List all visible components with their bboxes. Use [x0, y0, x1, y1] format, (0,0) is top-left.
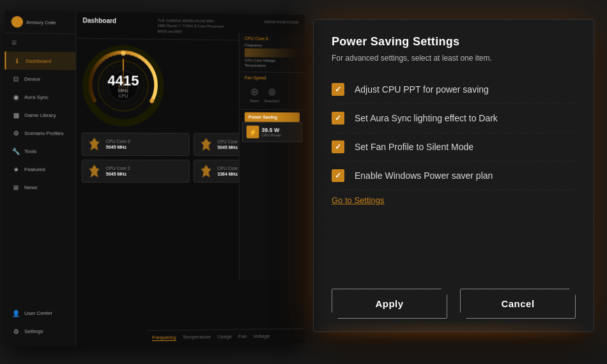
sidebar-item-featured[interactable]: ★ Featured: [4, 160, 75, 178]
apply-button[interactable]: Apply: [332, 289, 447, 319]
tab-usage[interactable]: Usage: [217, 333, 232, 340]
option-set-fan-profile-label: Set Fan Profile to Silent Mode: [355, 142, 473, 152]
sidebar-item-label: Dashboard: [26, 57, 51, 63]
power-value: 39.5 W: [261, 127, 281, 133]
option-enable-windows-power-label: Enable Windows Power saver plan: [355, 171, 493, 181]
bottom-tabs: Frequency Temperature Usage Fan Voltage: [147, 328, 305, 345]
fan-silent-label: Silent: [250, 99, 259, 103]
sidebar-item-label: News: [24, 185, 37, 190]
tab-frequency[interactable]: Frequency: [152, 335, 176, 341]
sidebar-item-aura-sync[interactable]: ◉ Aura Sync: [4, 87, 75, 106]
gauge-value: 4415 MHz CPU: [107, 74, 139, 98]
option-adjust-cpu-ppt-label: Adjust CPU PPT for power saving: [355, 84, 489, 95]
sidebar-item-news[interactable]: ⊞ News: [4, 178, 75, 196]
modal-footer: Apply Cancel: [314, 276, 594, 331]
modal-title: Power Saving Settings: [314, 20, 594, 54]
settings-icon: ⚙: [12, 327, 20, 336]
cpu-core-3-value: 3364 MHz: [217, 172, 241, 176]
modal-options-list: ✓ Adjust CPU PPT for power saving ✓ Set …: [314, 75, 594, 276]
fan-mode-icons: ⊛ Silent ⊛ Standard: [245, 82, 300, 106]
user-center-icon: 👤: [12, 308, 20, 317]
main-content: Dashboard TUF GAMING B550K-PLUS WIFI AMD…: [76, 11, 304, 345]
right-info-panel: CPU Core 0 Frequency CPU Core Voltage Te…: [239, 33, 305, 280]
fan-speed-title: Fan Speed: [245, 75, 300, 80]
checkbox-set-fan-profile[interactable]: ✓: [332, 140, 344, 153]
hamburger-menu[interactable]: ≡: [4, 33, 75, 52]
power-saving-badge: Power Saving ⚡ 39.5 W CPU Power: [242, 112, 302, 142]
check-icon: ✓: [335, 114, 341, 122]
cancel-button[interactable]: Cancel: [460, 289, 576, 319]
cpu-core-3-info: CPU Core 3 3364 MHz: [217, 166, 241, 176]
scenario-profiles-icon: ⚙: [12, 128, 20, 137]
temperature-label: Temperature: [245, 63, 300, 68]
app-logo: Armoury Crate: [4, 11, 75, 34]
sidebar-item-label: Scenario Profiles: [24, 130, 64, 136]
logo-icon: [12, 16, 23, 27]
sidebar-item-label: Device: [24, 76, 40, 82]
tab-fan[interactable]: Fan: [238, 333, 247, 340]
fan-speed-section: Fan Speed ⊛ Silent ⊛ Standard: [240, 72, 305, 110]
sidebar-bottom: 👤 User Center ⚙ Settings: [4, 303, 75, 340]
cpu-core-0-name: CPU Core 0: [106, 139, 130, 144]
checkbox-set-aura-sync[interactable]: ✓: [332, 112, 344, 125]
cpu-core-3-icon: [199, 163, 214, 179]
cpu-core-0-card: CPU Core 0 5045 MHz: [81, 133, 189, 156]
frequency-bar: [245, 48, 300, 57]
fan-standard-label: Standard: [264, 99, 279, 103]
cpu-core-1-icon: [199, 137, 214, 152]
sidebar-item-settings[interactable]: ⚙ Settings: [4, 321, 75, 340]
checkbox-enable-windows-power[interactable]: ✓: [332, 169, 344, 182]
power-icon: ⚡: [247, 126, 259, 139]
check-icon: ✓: [335, 143, 341, 151]
cpu-core-2-name: CPU Core 2: [106, 166, 130, 171]
fan-standard-icon: ⊛: [268, 86, 276, 98]
cpu-core-2-icon: [87, 163, 102, 179]
device-info: TUF GAMING B550K-PLUS WIFI AMD Ryzen 7 7…: [158, 18, 224, 34]
logo-text: Armoury Crate: [26, 20, 56, 25]
dashboard-icon: ℹ: [13, 56, 22, 65]
cpu-core-0-value: 5045 MHz: [106, 145, 130, 149]
cpu-core-0-icon: [87, 137, 102, 152]
cpu-core-section: CPU Core 0 Frequency CPU Core Voltage Te…: [240, 33, 305, 73]
gauge-label: CPU: [107, 94, 139, 98]
checkbox-adjust-cpu-ppt[interactable]: ✓: [332, 83, 344, 96]
cpu-gauge: 4415 MHz CPU: [81, 44, 165, 128]
sidebar-item-scenario-profiles[interactable]: ⚙ Scenario Profiles: [4, 124, 75, 142]
cpu-core-1-info: CPU Core 1 5045 MHz: [217, 139, 241, 149]
gauge-number: 4415: [107, 74, 139, 88]
game-library-icon: ▦: [12, 110, 20, 119]
sidebar-item-label: Game Library: [24, 112, 56, 118]
sidebar: Armoury Crate ≡ ℹ Dashboard ⊡ Device ◉ A…: [4, 11, 76, 347]
sidebar-item-user-center[interactable]: 👤 User Center: [4, 303, 75, 322]
tab-temperature[interactable]: Temperature: [183, 334, 211, 341]
modal-subtitle: For advanced settings, select at least o…: [314, 54, 594, 75]
power-saving-section: Power Saving: [245, 112, 300, 122]
sidebar-item-device[interactable]: ⊡ Device: [4, 70, 75, 88]
check-icon: ✓: [335, 172, 341, 179]
option-adjust-cpu-ppt: ✓ Adjust CPU PPT for power saving: [332, 75, 576, 104]
cpu-core-2-info: CPU Core 2 5045 MHz: [106, 166, 130, 176]
cpu-core-2-value: 5045 MHz: [106, 172, 130, 176]
sidebar-item-game-library[interactable]: ▦ Game Library: [4, 106, 75, 125]
gauge-unit: MHz: [107, 88, 139, 94]
go-to-settings-link[interactable]: Go to Settings: [332, 190, 576, 208]
svg-point-4: [150, 99, 154, 103]
voltage-label: CPU Core Voltage: [245, 58, 300, 63]
cpu-core-2-card: CPU Core 2 5045 MHz: [81, 160, 189, 183]
gauge-area: 4415 MHz CPU CPU Core 0 Frequency CPU Co…: [76, 39, 304, 133]
cpu-core-3-name: CPU Core 3: [217, 166, 241, 171]
sidebar-item-label: User Center: [24, 310, 52, 316]
power-value-section: ⚡ 39.5 W CPU Power: [242, 122, 302, 142]
fan-silent-icon: ⊛: [250, 86, 259, 98]
dashboard-background: Armoury Crate ≡ ℹ Dashboard ⊡ Device ◉ A…: [4, 11, 304, 347]
option-set-aura-sync: ✓ Set Aura Sync lighting effect to Dark: [332, 104, 576, 133]
option-set-fan-profile: ✓ Set Fan Profile to Silent Mode: [332, 133, 576, 162]
tab-voltage[interactable]: Voltage: [253, 333, 270, 340]
sidebar-item-tools[interactable]: 🔧 Tools: [4, 142, 75, 160]
sidebar-item-dashboard[interactable]: ℹ Dashboard: [4, 52, 75, 70]
featured-icon: ★: [12, 165, 20, 174]
option-set-aura-sync-label: Set Aura Sync lighting effect to Dark: [355, 113, 498, 123]
sidebar-item-label: Featured: [24, 166, 45, 172]
sidebar-item-label: Aura Sync: [24, 94, 49, 100]
cpu-core-1-value: 5045 MHz: [217, 145, 241, 149]
